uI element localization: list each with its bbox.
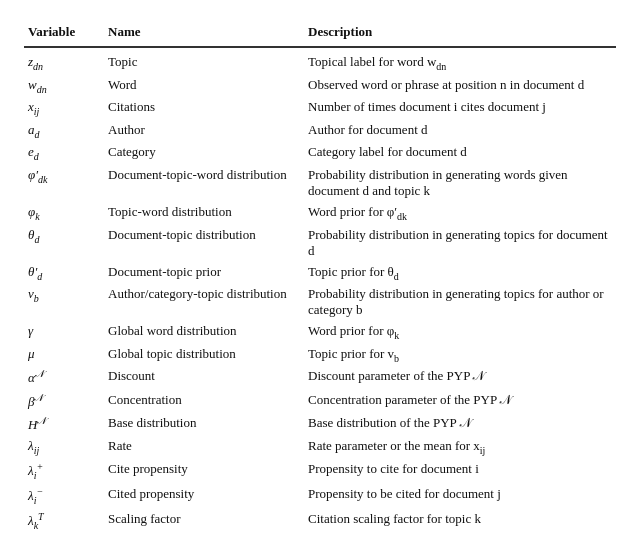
header-description: Description	[304, 20, 616, 47]
table-row: λijRateRate parameter or the mean for xi…	[24, 436, 616, 459]
table-row: φkTopic-word distributionWord prior for …	[24, 201, 616, 224]
variable-cell: θ′d	[24, 261, 104, 284]
name-cell: Base distribution	[104, 413, 304, 436]
table-row: edCategoryCategory label for document d	[24, 142, 616, 165]
table-row: θ′dDocument-topic priorTopic prior for θ…	[24, 261, 616, 284]
description-cell: Discount parameter of the PYP 𝒩	[304, 366, 616, 389]
table-row: λkTScaling factorCitation scaling factor…	[24, 508, 616, 533]
description-cell: Probability distribution in generating t…	[304, 284, 616, 321]
description-cell: Propensity to be cited for document j	[304, 483, 616, 508]
description-cell: Rate parameter or the mean for xij	[304, 436, 616, 459]
name-cell: Global word distribution	[104, 321, 304, 344]
name-cell: Document-topic-word distribution	[104, 164, 304, 201]
variable-cell: ed	[24, 142, 104, 165]
description-cell: Observed word or phrase at position n in…	[304, 74, 616, 97]
description-cell: Number of times document i cites documen…	[304, 97, 616, 120]
name-cell: Document-topic distribution	[104, 224, 304, 261]
description-cell: Topical label for word wdn	[304, 47, 616, 74]
header-name: Name	[104, 20, 304, 47]
variable-cell: β𝒩	[24, 389, 104, 412]
description-cell: Word prior for φk	[304, 321, 616, 344]
name-cell: Global topic distribution	[104, 343, 304, 366]
name-cell: Category	[104, 142, 304, 165]
variable-cell: λij	[24, 436, 104, 459]
description-cell: Probability distribution in generating t…	[304, 224, 616, 261]
description-cell: Topic prior for θd	[304, 261, 616, 284]
name-cell: Topic-word distribution	[104, 201, 304, 224]
table-row: adAuthorAuthor for document d	[24, 119, 616, 142]
description-cell: Category label for document d	[304, 142, 616, 165]
table-row: vbAuthor/category-topic distributionProb…	[24, 284, 616, 321]
table-row: θdDocument-topic distributionProbability…	[24, 224, 616, 261]
table-row: β𝒩ConcentrationConcentration parameter o…	[24, 389, 616, 412]
table-row: zdnTopicTopical label for word wdn	[24, 47, 616, 74]
table-row: H𝒩Base distributionBase distribution of …	[24, 413, 616, 436]
name-cell: Discount	[104, 366, 304, 389]
name-cell: Concentration	[104, 389, 304, 412]
variable-cell: wdn	[24, 74, 104, 97]
name-cell: Citations	[104, 97, 304, 120]
description-cell: Base distribution of the PYP 𝒩	[304, 413, 616, 436]
variable-cell: λkT	[24, 508, 104, 533]
variable-cell: λi−	[24, 483, 104, 508]
variable-cell: vb	[24, 284, 104, 321]
table-row: λi−Cited propensityPropensity to be cite…	[24, 483, 616, 508]
variable-cell: θd	[24, 224, 104, 261]
table-row: wdnWordObserved word or phrase at positi…	[24, 74, 616, 97]
variable-cell: H𝒩	[24, 413, 104, 436]
table-row: λi+Cite propensityPropensity to cite for…	[24, 458, 616, 483]
name-cell: Word	[104, 74, 304, 97]
variable-cell: γ	[24, 321, 104, 344]
variable-cell: φk	[24, 201, 104, 224]
name-cell: Cited propensity	[104, 483, 304, 508]
name-cell: Topic	[104, 47, 304, 74]
table-row: φ′dkDocument-topic-word distributionProb…	[24, 164, 616, 201]
description-cell: Propensity to cite for document i	[304, 458, 616, 483]
name-cell: Author/category-topic distribution	[104, 284, 304, 321]
name-cell: Scaling factor	[104, 508, 304, 533]
name-cell: Rate	[104, 436, 304, 459]
description-cell: Topic prior for vb	[304, 343, 616, 366]
name-cell: Cite propensity	[104, 458, 304, 483]
variable-cell: μ	[24, 343, 104, 366]
description-cell: Concentration parameter of the PYP 𝒩	[304, 389, 616, 412]
table-row: α𝒩DiscountDiscount parameter of the PYP …	[24, 366, 616, 389]
description-cell: Citation scaling factor for topic k	[304, 508, 616, 533]
description-cell: Word prior for φ′dk	[304, 201, 616, 224]
description-cell: Probability distribution in generating w…	[304, 164, 616, 201]
variable-cell: zdn	[24, 47, 104, 74]
variable-cell: α𝒩	[24, 366, 104, 389]
name-cell: Document-topic prior	[104, 261, 304, 284]
variable-cell: λi+	[24, 458, 104, 483]
table-row: xijCitationsNumber of times document i c…	[24, 97, 616, 120]
name-cell: Author	[104, 119, 304, 142]
header-variable: Variable	[24, 20, 104, 47]
description-cell: Author for document d	[304, 119, 616, 142]
variable-cell: ad	[24, 119, 104, 142]
table-row: μGlobal topic distributionTopic prior fo…	[24, 343, 616, 366]
variable-cell: xij	[24, 97, 104, 120]
table-row: γGlobal word distributionWord prior for …	[24, 321, 616, 344]
variable-cell: φ′dk	[24, 164, 104, 201]
